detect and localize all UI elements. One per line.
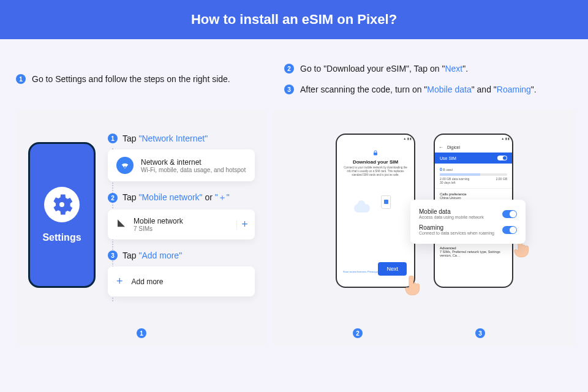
- cloud-icon: [354, 204, 370, 213]
- panel-2-marker-left: 2: [353, 328, 363, 338]
- tiny-footer-links: Scan source licenses, Privacy polic: [343, 270, 381, 273]
- mobile-data-float-card: Mobile data Access data using mobile net…: [410, 200, 526, 244]
- page-title: How to install an eSIM on Pixel?: [191, 12, 397, 28]
- gear-icon-circle: [44, 187, 80, 222]
- usage-bar: [440, 173, 507, 176]
- status-bar: ▲ ▮ ▮: [337, 135, 414, 142]
- use-sim-row: Use SIM: [435, 153, 512, 164]
- mobile-data-toggle[interactable]: [502, 210, 517, 218]
- top-steps-row: 1 Go to Settings and follow the steps on…: [16, 64, 572, 94]
- svg-rect-2: [374, 153, 377, 156]
- micro-1-text: Tap "Network Internet": [123, 134, 208, 143]
- download-title: Download your SIM: [342, 159, 409, 165]
- step-2-line: 2 Go to "Download your eSIM", Tap on "Ne…: [284, 64, 586, 74]
- step-3-text: After scanning the code, turn on "Mobile…: [300, 85, 537, 94]
- plus-icon: +: [116, 275, 123, 288]
- step-1-line: 1 Go to Settings and follow the steps on…: [16, 64, 272, 94]
- panel-2-marker-right: 3: [475, 328, 485, 338]
- micro-2-text: Tap "Mobile network" or "＋": [123, 192, 230, 203]
- step-3-badge: 3: [284, 85, 294, 94]
- micro-steps: 1 Tap "Network Internet" Network & inter…: [108, 134, 255, 307]
- right-steps-column: 2 Go to "Download your eSIM", Tap on "Ne…: [284, 64, 586, 94]
- next-button[interactable]: Next: [378, 262, 407, 276]
- back-arrow-icon: ←: [439, 145, 443, 150]
- roaming-row: Roaming Connect to data services when ro…: [419, 222, 517, 238]
- network-internet-card: Network & internet Wi-Fi, mobile, data u…: [108, 149, 255, 181]
- advanced-row: Advanced 7 SIMs, Preferred network type,…: [435, 242, 512, 261]
- data-usage-block: 0 B used 2.00 GB data warning 30 days le…: [435, 164, 512, 188]
- carrier-header: ← Digicel: [435, 142, 512, 153]
- roaming-link: Roaming: [497, 85, 531, 94]
- download-sim-phone: ▲ ▮ ▮ Download your SIM Connect to your …: [336, 134, 415, 288]
- panel-1-marker: 1: [137, 328, 146, 338]
- signal-icon: [116, 219, 126, 230]
- content-area: 1 Go to Settings and follow the steps on…: [0, 39, 588, 347]
- page-header: How to install an eSIM on Pixel?: [0, 0, 588, 39]
- next-link: Next: [445, 64, 462, 74]
- download-sim-phone-wrapper: ▲ ▮ ▮ Download your SIM Connect to your …: [336, 134, 415, 288]
- use-sim-toggle[interactable]: [497, 156, 507, 160]
- settings-label: Settings: [42, 232, 81, 243]
- step-2-badge: 2: [284, 64, 294, 74]
- micro-step-2: 2 Tap "Mobile network" or "＋": [108, 192, 255, 239]
- step-1-text: Go to Settings and follow the steps on t…: [32, 74, 230, 84]
- micro-2-badge: 2: [108, 193, 118, 203]
- status-bar: ▲ ▮ ▮: [435, 135, 512, 142]
- micro-3-badge: 3: [108, 251, 118, 260]
- micro-step-3: 3 Tap "Add more" + Add more: [108, 251, 255, 296]
- svg-point-1: [124, 166, 126, 168]
- sim-illustration: [354, 194, 397, 213]
- step-3-line: 3 After scanning the code, turn on "Mobi…: [284, 85, 586, 94]
- micro-1-badge: 1: [108, 134, 118, 143]
- micro-step-1: 1 Tap "Network Internet" Network & inter…: [108, 134, 255, 181]
- plus-icon: +: [236, 220, 246, 230]
- sim-card-icon: [381, 195, 391, 209]
- mobile-network-card: Mobile network 7 SIMs +: [108, 209, 255, 239]
- add-more-card: + Add more: [108, 266, 255, 296]
- gear-icon: [48, 191, 75, 218]
- mobile-data-row: Mobile data Access data using mobile net…: [419, 206, 517, 222]
- lock-icon: [372, 148, 379, 156]
- roaming-toggle[interactable]: [502, 226, 517, 234]
- panels-row: Settings 1 Tap "Network Internet": [16, 109, 572, 347]
- mobile-data-link: Mobile data: [427, 85, 471, 94]
- panel-1: Settings 1 Tap "Network Internet": [16, 109, 267, 347]
- micro-3-text: Tap "Add more": [123, 251, 182, 260]
- step-2-text: Go to "Download your eSIM", Tap on "Next…: [300, 64, 468, 74]
- settings-phone-mock: Settings: [28, 142, 96, 288]
- panel-2: ▲ ▮ ▮ Download your SIM Connect to your …: [273, 109, 576, 347]
- sim-settings-phone-wrapper: ▲ ▮ ▮ ← Digicel Use SIM 0 B used: [434, 134, 513, 288]
- wifi-icon: [116, 157, 134, 174]
- svg-point-0: [59, 202, 64, 207]
- step-1-badge: 1: [16, 74, 26, 84]
- download-subtitle: Connect to your mobile network by downlo…: [342, 166, 409, 177]
